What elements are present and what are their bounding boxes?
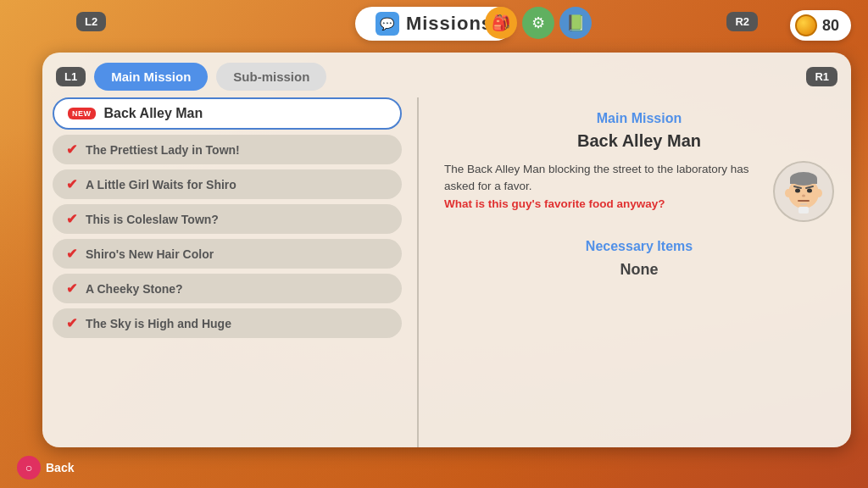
top-bar: 💬 Missions 🎒 ⚙ 📗 (0, 0, 868, 47)
tab-main-mission[interactable]: Main Mission (94, 63, 208, 91)
mission-label-0: Back Alley Man (104, 106, 203, 121)
svg-rect-2 (790, 179, 817, 184)
check-icon-2: ✔ (66, 176, 77, 192)
mission-label-5: A Cheeky Stone? (86, 282, 183, 296)
svg-rect-11 (800, 203, 807, 205)
check-icon-6: ✔ (66, 315, 77, 331)
detail-body: The Back Alley Man blocking the street t… (444, 161, 834, 222)
detail-description: The Back Alley Man blocking the street t… (444, 161, 763, 222)
book-tab-button[interactable]: 📗 (559, 7, 592, 39)
bag-tab-button[interactable]: 🎒 (485, 7, 517, 39)
panel-divider (417, 97, 419, 447)
mission-item-4[interactable]: ✔ Shiro's New Hair Color (53, 239, 402, 269)
necessary-items-title: Necessary Items (444, 239, 834, 254)
back-button[interactable]: ○ Back (17, 456, 74, 480)
new-badge: NEW (68, 108, 96, 119)
back-label: Back (46, 461, 74, 474)
l1-button[interactable]: L1 (56, 67, 86, 86)
svg-point-3 (785, 189, 792, 197)
coin-icon (795, 14, 817, 36)
mission-label-3: This is Coleslaw Town? (86, 213, 219, 226)
mission-item-3[interactable]: ✔ This is Coleslaw Town? (53, 204, 402, 234)
svg-point-4 (815, 189, 822, 197)
mission-label-2: A Little Girl Waits for Shiro (86, 178, 236, 191)
mission-label-6: The Sky is High and Huge (86, 317, 231, 330)
missions-chat-icon: 💬 (376, 12, 399, 36)
back-circle-icon: ○ (17, 456, 41, 480)
missions-title: Missions (406, 13, 492, 35)
gear-tab-button[interactable]: ⚙ (522, 7, 554, 39)
detail-section-label: Main Mission (444, 111, 834, 126)
description-part1: The Back Alley Man blocking the street t… (444, 163, 748, 192)
check-icon-4: ✔ (66, 246, 77, 262)
mission-item-0[interactable]: NEW Back Alley Man (53, 97, 402, 130)
mission-item-2[interactable]: ✔ A Little Girl Waits for Shiro (53, 169, 402, 199)
coin-display: 80 (790, 10, 851, 41)
r1-button[interactable]: R1 (806, 67, 837, 86)
necessary-items-value: None (444, 261, 834, 279)
tab-sub-mission[interactable]: Sub-mission (216, 63, 326, 91)
check-icon-3: ✔ (66, 211, 77, 227)
mission-item-5[interactable]: ✔ A Cheeky Stone? (53, 274, 402, 303)
description-highlight: What is this guy's favorite food anyway? (444, 197, 665, 210)
top-icon-bar: 🎒 ⚙ 📗 (485, 7, 592, 39)
mission-list: NEW Back Alley Man ✔ The Prettiest Lady … (53, 97, 409, 447)
check-icon-1: ✔ (66, 141, 77, 158)
svg-point-9 (802, 195, 805, 197)
panel-tabs: L1 Main Mission Sub-mission R1 (42, 53, 851, 97)
character-svg (776, 164, 831, 219)
character-portrait (773, 161, 834, 222)
main-panel: L1 Main Mission Sub-mission R1 NEW Back … (42, 53, 851, 447)
detail-panel: Main Mission Back Alley Man The Back All… (427, 97, 851, 447)
svg-point-5 (795, 189, 800, 193)
check-icon-5: ✔ (66, 280, 77, 297)
panel-content: NEW Back Alley Man ✔ The Prettiest Lady … (42, 97, 851, 447)
mission-item-1[interactable]: ✔ The Prettiest Lady in Town! (53, 135, 402, 164)
svg-point-6 (807, 189, 812, 193)
svg-rect-12 (798, 207, 809, 214)
detail-mission-name: Back Alley Man (444, 131, 834, 151)
mission-label-4: Shiro's New Hair Color (86, 247, 214, 261)
mission-item-6[interactable]: ✔ The Sky is High and Huge (53, 308, 402, 338)
coin-count: 80 (822, 17, 839, 35)
mission-label-1: The Prettiest Lady in Town! (86, 143, 240, 157)
